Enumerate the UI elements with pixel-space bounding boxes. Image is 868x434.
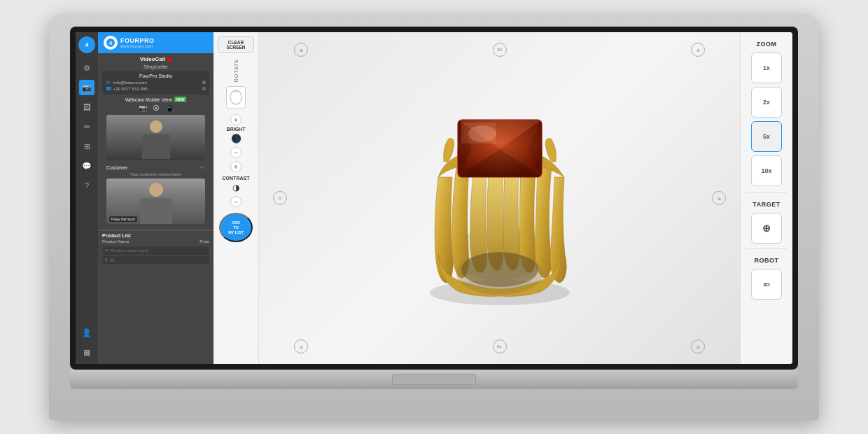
target-icon: ⊕ (762, 223, 771, 234)
clear-screen-button[interactable]: CLEAR SCREEN (218, 36, 254, 53)
zoom-1x-btn[interactable]: 1x (751, 52, 782, 83)
minus-btn-contrast[interactable]: − (230, 196, 241, 207)
customer-label: Customer (106, 165, 127, 170)
dot-mid-right: ⊕ (712, 191, 726, 205)
shop-seller-label: Shop/seller (102, 64, 209, 69)
zoom-title: ZOOM (757, 41, 777, 48)
product-list-section: Product List Product Name Price ✏ € (98, 230, 214, 364)
product-list-cols: Product Name Price (102, 239, 209, 244)
seller-phone: +20 0277 812 000 (113, 87, 148, 91)
dot-bottom-center: DL (493, 340, 507, 354)
robot-3d-label: 3D (763, 281, 770, 288)
help-icon[interactable]: ? (79, 178, 94, 193)
main-panel: 4 FOURPRO www.fourpro.com VideoCall (98, 32, 214, 364)
settings-icon[interactable]: ⚙ (79, 60, 94, 76)
plus-btn-contrast[interactable]: + (230, 161, 241, 172)
webcam-label: Webcam Mobile View NEW (102, 97, 209, 102)
email-icon: ✉ (106, 80, 111, 85)
product-list-header: Product List (102, 233, 209, 238)
robot-btn[interactable]: 3D (751, 269, 782, 300)
user-icon[interactable]: 👤 (79, 325, 94, 340)
ring-svg (381, 79, 619, 317)
copy-phone-icon[interactable]: ⧉ (202, 86, 206, 92)
customer-video-feed: Paige Barnicott (106, 178, 205, 224)
customer-name-overlay: Paige Barnicott (109, 216, 137, 222)
videocall-section: VideoCall Shop/seller FourPro Studio ✉ i… (98, 53, 214, 230)
right-panel: ZOOM 1x 2x 5x 10x TARGET ⊕ ROBOT 3D (740, 32, 792, 364)
webcam-bt-icon[interactable]: ⦿ (153, 104, 160, 112)
brand-url: www.fourpro.com (120, 44, 155, 48)
svg-point-11 (468, 125, 496, 142)
laptop-base (70, 370, 798, 389)
rotate-label: ROTATE (234, 59, 239, 82)
sidebar-logo: 4 (78, 36, 95, 53)
videocall-label: VideoCall (102, 56, 209, 62)
webcam-cam-icon[interactable]: 📷 (139, 104, 147, 112)
seller-video-feed (106, 115, 205, 160)
video-icon[interactable]: 📷 (79, 80, 94, 95)
product-item-row: ✏ (102, 246, 209, 255)
target-btn[interactable]: ⊕ (751, 213, 782, 244)
zoom-10x-btn[interactable]: 10x (751, 155, 782, 186)
svg-point-2 (230, 90, 241, 104)
target-title: TARGET (752, 201, 780, 208)
zoom-5x-btn[interactable]: 5x (751, 121, 782, 152)
svg-point-13 (461, 252, 538, 287)
product-price-row: € (102, 256, 209, 264)
product-edit-icon[interactable]: ✏ (105, 248, 109, 253)
record-indicator (167, 57, 172, 62)
phone-icon: ☎ (106, 86, 111, 92)
chat-icon[interactable]: 💬 (79, 158, 94, 174)
controls-area: CLEAR SCREEN ROTATE + BRIGHT 🌑 − (214, 32, 259, 364)
svg-text:4: 4 (109, 40, 113, 46)
customer-name-hint: Your customer names here! (102, 172, 209, 176)
minus-btn-bright[interactable]: − (230, 147, 241, 158)
header-bar: 4 FOURPRO www.fourpro.com (98, 32, 214, 53)
icon-sidebar: 4 ⚙ 📷 🖼 ✏ ⊞ 💬 ? 👤 ▦ (76, 32, 98, 364)
customer-label-row: Customer ✏ (102, 163, 209, 172)
seller-email-row: ✉ info@fourpro.com ⧉ (106, 80, 206, 85)
viewer-area: ⊕ 3D ⊕ R ⊕ ⊕ DL ⊕ (259, 32, 740, 364)
seller-email: info@fourpro.com (113, 80, 147, 85)
screen-bezel: 4 ⚙ 📷 🖼 ✏ ⊞ 💬 ? 👤 ▦ (70, 27, 798, 370)
dot-top-left: ⊕ (294, 43, 308, 57)
dot-top-right: ⊕ (691, 43, 705, 57)
brand-name: FOURPRO (120, 37, 155, 44)
screen: 4 ⚙ 📷 🖼 ✏ ⊞ 💬 ? 👤 ▦ (76, 32, 792, 364)
add-to-list-button[interactable]: ADDTOMY LIST (219, 213, 253, 242)
price-input[interactable] (110, 258, 131, 262)
customer-edit-icon[interactable]: ✏ (200, 164, 205, 171)
bright-label: BRIGHT (227, 127, 246, 132)
robot-title: ROBOT (755, 257, 779, 264)
half-circle-icon: ◑ (232, 183, 239, 192)
dot-top-center: 3D (493, 43, 507, 57)
plus-btn-bright[interactable]: + (230, 114, 241, 125)
pencil-icon[interactable]: ✏ (79, 119, 94, 134)
euro-icon: € (105, 258, 108, 262)
rotate-thumb (226, 86, 246, 108)
grid-icon[interactable]: ⊞ (79, 139, 94, 154)
seller-phone-row: ☎ +20 0277 812 000 ⧉ (106, 86, 206, 92)
webcam-phone-icon[interactable]: 📱 (165, 104, 174, 112)
product-name-input[interactable] (111, 248, 206, 253)
dot-mid-left: R (273, 191, 287, 205)
moon-icon: 🌑 (231, 134, 241, 144)
app-container: 4 ⚙ 📷 🖼 ✏ ⊞ 💬 ? 👤 ▦ (76, 32, 792, 364)
webcam-icons-row: 📷 ⦿ 📱 (102, 104, 209, 112)
grid2-icon[interactable]: ▦ (79, 344, 94, 360)
ring-viewer: ⊕ 3D ⊕ R ⊕ ⊕ DL ⊕ (259, 32, 740, 364)
copy-email-icon[interactable]: ⧉ (202, 80, 206, 85)
seller-figure (106, 115, 205, 160)
product-col-price: Price (200, 239, 209, 244)
ring-image (367, 65, 633, 331)
photo-icon[interactable]: 🖼 (79, 99, 94, 115)
dot-bottom-right: ⊕ (691, 340, 705, 354)
seller-info-box: FourPro Studio ✉ info@fourpro.com ⧉ ☎ +2… (102, 71, 209, 94)
seller-name: FourPro Studio (106, 74, 206, 78)
brand-text: FOURPRO www.fourpro.com (120, 37, 155, 48)
new-badge: NEW (174, 97, 187, 102)
contrast-label: CONTRAST (223, 176, 250, 181)
laptop-frame: 4 ⚙ 📷 🖼 ✏ ⊞ 💬 ? 👤 ▦ (49, 14, 819, 420)
trackpad[interactable] (392, 374, 476, 385)
zoom-2x-btn[interactable]: 2x (751, 87, 782, 118)
